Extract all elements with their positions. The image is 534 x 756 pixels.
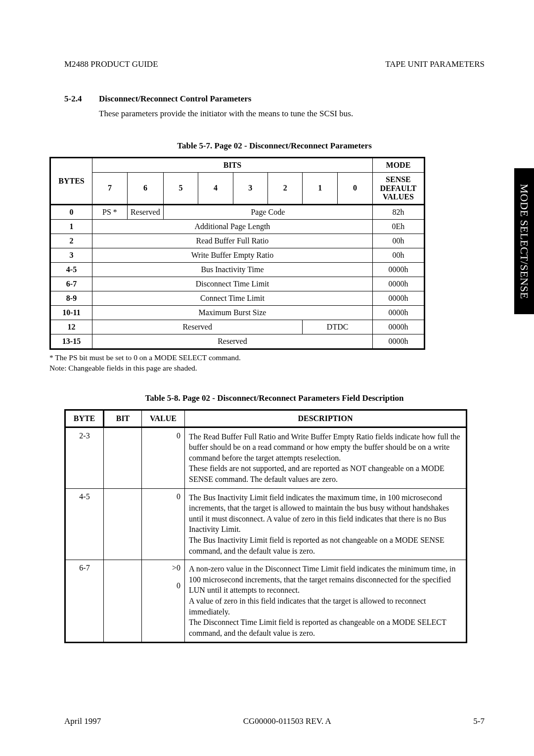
- note-line2: Note: Changeable fields in this page are…: [49, 363, 485, 374]
- bit2: 2: [267, 173, 302, 205]
- param-cell: Read Buffer Full Ratio: [92, 234, 373, 248]
- table1-caption: Table 5-7. Page 02 - Disconnect/Reconnec…: [64, 141, 485, 151]
- header-right: TAPE UNIT PARAMETERS: [385, 59, 485, 69]
- desc-byte: 2-3: [65, 427, 104, 488]
- section-body: These parameters provide the initiator w…: [99, 109, 485, 119]
- param-table: BYTES BITS MODE 7 6 5 4 3 2 1 0 SENSEDEF…: [49, 157, 425, 350]
- default-value: 0000h: [372, 262, 424, 277]
- param-cell: DTDC: [303, 320, 373, 334]
- desc-byte: 6-7: [65, 560, 104, 643]
- th-bit: BIT: [104, 410, 142, 427]
- footer-center: CG00000-011503 REV. A: [243, 716, 331, 726]
- default-value: 0000h: [372, 334, 424, 349]
- bit6: 6: [127, 173, 163, 205]
- param-cell: Reserved: [127, 204, 163, 219]
- param-cell: Reserved: [92, 334, 373, 349]
- bit0: 0: [338, 173, 373, 205]
- default-value: 0000h: [372, 277, 424, 291]
- desc-text: The Read Buffer Full Ratio and Write Buf…: [185, 427, 467, 488]
- param-cell: Write Buffer Empty Ratio: [92, 248, 373, 262]
- desc-text: The Bus Inactivity Limit field indicates…: [185, 488, 467, 560]
- byte-label: 12: [50, 320, 92, 334]
- byte-label: 3: [50, 248, 92, 262]
- desc-bit: [104, 488, 142, 560]
- footer-left: April 1997: [64, 716, 101, 726]
- desc-value: >0 0: [142, 560, 185, 643]
- mode-header-bottom: SENSEDEFAULTVALUES: [372, 173, 424, 205]
- th-desc: DESCRIPTION: [185, 410, 467, 427]
- bit3: 3: [233, 173, 267, 205]
- th-byte: BYTE: [65, 410, 104, 427]
- byte-label: 8-9: [50, 291, 92, 305]
- byte-label: 0: [50, 204, 92, 219]
- header-left: M2488 PRODUCT GUIDE: [64, 59, 158, 69]
- byte-label: 6-7: [50, 277, 92, 291]
- byte-label: 1: [50, 219, 92, 234]
- byte-label: 2: [50, 234, 92, 248]
- note-line1: * The PS bit must be set to 0 on a MODE …: [49, 353, 485, 363]
- desc-bit: [104, 560, 142, 643]
- default-value: 0000h: [372, 305, 424, 320]
- desc-byte: 4-5: [65, 488, 104, 560]
- footer-right: 5-7: [473, 716, 485, 726]
- bits-header: BITS: [92, 158, 373, 173]
- desc-value: 0: [142, 488, 185, 560]
- param-cell: Reserved: [92, 320, 303, 334]
- section-number: 5-2.4: [64, 94, 99, 104]
- desc-text: A non-zero value in the Disconnect Time …: [185, 560, 467, 643]
- bytes-header: BYTES: [50, 158, 92, 205]
- byte-label: 4-5: [50, 262, 92, 277]
- bit4: 4: [198, 173, 233, 205]
- bit1: 1: [303, 173, 338, 205]
- default-value: 0Eh: [372, 219, 424, 234]
- desc-bit: [104, 427, 142, 488]
- desc-table: BYTE BIT VALUE DESCRIPTION 2-30The Read …: [64, 409, 467, 644]
- mode-header-top: MODE: [372, 158, 424, 173]
- param-cell: Additional Page Length: [92, 219, 373, 234]
- default-value: 00h: [372, 248, 424, 262]
- default-value: 82h: [372, 204, 424, 219]
- param-cell: Bus Inactivity Time: [92, 262, 373, 277]
- table2-caption: Table 5-8. Page 02 - Disconnect/Reconnec…: [64, 393, 485, 403]
- default-value: 00h: [372, 234, 424, 248]
- param-cell: Disconnect Time Limit: [92, 277, 373, 291]
- bit5: 5: [163, 173, 198, 205]
- bit7: 7: [92, 173, 128, 205]
- byte-label: 10-11: [50, 305, 92, 320]
- param-cell: Maximum Burst Size: [92, 305, 373, 320]
- param-cell: PS *: [92, 204, 128, 219]
- byte-label: 13-15: [50, 334, 92, 349]
- param-cell: Connect Time Limit: [92, 291, 373, 305]
- desc-value: 0: [142, 427, 185, 488]
- section-title: Disconnect/Reconnect Control Parameters: [99, 94, 251, 104]
- th-value: VALUE: [142, 410, 185, 427]
- default-value: 0000h: [372, 291, 424, 305]
- default-value: 0000h: [372, 320, 424, 334]
- param-cell: Page Code: [163, 204, 372, 219]
